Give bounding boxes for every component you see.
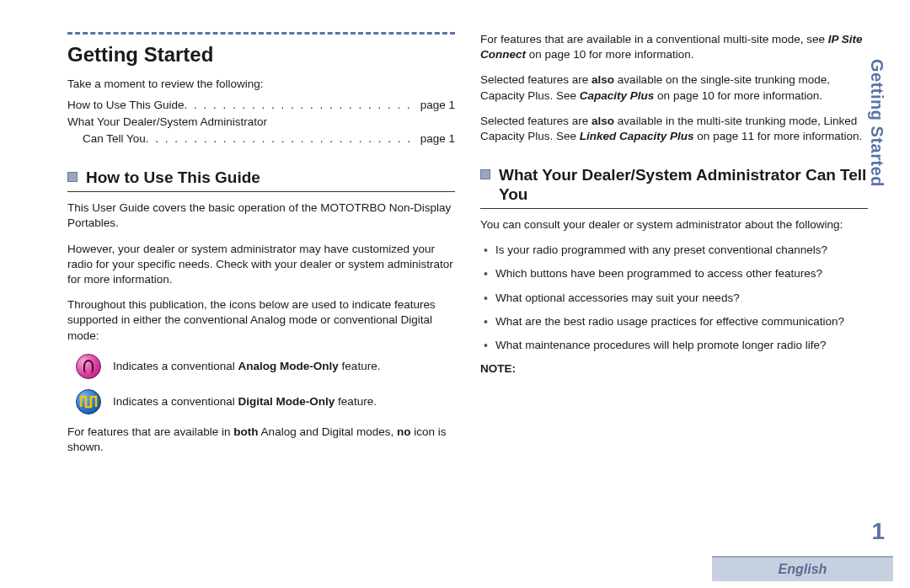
digital-mode-icon (76, 389, 101, 414)
toc-label: How to Use This Guide (67, 98, 185, 113)
sidebar-tab: Getting Started (865, 59, 888, 187)
section-heading: What Your Dealer/System Administrator Ca… (480, 166, 868, 205)
col2-p1: For features that are available in a con… (480, 32, 868, 62)
toc-page: page 1 (417, 98, 455, 113)
toc-page: page 1 (417, 131, 455, 147)
analog-mode-icon (76, 354, 101, 379)
intro-text: Take a moment to review the following: (67, 77, 455, 92)
toc-dots-icon (185, 98, 417, 113)
page-body: Getting Started Take a moment to review … (0, 0, 910, 465)
list-item: What are the best radio usage practices … (482, 314, 868, 329)
section1-p3: Throughout this publication, the icons b… (67, 297, 455, 344)
analog-icon-row: Indicates a conventional Analog Mode-Onl… (76, 354, 455, 379)
heading-rule-icon (67, 32, 455, 35)
section-heading: How to Use This Guide (67, 168, 455, 188)
list-item: What maintenance procedures will help pr… (482, 338, 868, 353)
left-column: Getting Started Take a moment to review … (67, 32, 455, 465)
toc-entry: Can Tell You page 1 (67, 131, 455, 147)
col2-p3: Selected features are also available in … (480, 114, 868, 144)
section1-heading: How to Use This Guide (86, 168, 260, 188)
toc-dots-icon (146, 131, 417, 147)
section2-list: Is your radio programmed with any preset… (482, 243, 868, 353)
digital-icon-row: Indicates a conventional Digital Mode-On… (76, 389, 455, 414)
square-bullet-icon (480, 169, 490, 179)
list-item: Is your radio programmed with any preset… (482, 243, 868, 258)
toc-label: What Your Dealer/System Administrator (67, 115, 267, 130)
right-column: For features that are available in a con… (480, 32, 868, 465)
list-item: What optional accessories may suit your … (482, 291, 868, 306)
square-bullet-icon (67, 172, 78, 182)
section-rule-icon (480, 208, 868, 209)
section2-intro: You can consult your dealer or system ad… (480, 217, 868, 233)
toc-entry: What Your Dealer/System Administrator (67, 115, 455, 130)
digital-desc: Indicates a conventional Digital Mode-On… (113, 394, 377, 409)
toc-label: Can Tell You (83, 131, 146, 147)
page-number: 1 (871, 516, 885, 548)
toc-entry: How to Use This Guide page 1 (67, 98, 455, 113)
section1-p2: However, your dealer or system administr… (67, 242, 455, 288)
section-rule-icon (67, 191, 455, 192)
language-badge: English (712, 556, 893, 581)
list-item: Which buttons have been programmed to ac… (482, 266, 868, 281)
col2-p2: Selected features are also available on … (480, 72, 868, 103)
analog-desc: Indicates a conventional Analog Mode-Onl… (113, 359, 380, 374)
section2-heading: What Your Dealer/System Administrator Ca… (499, 166, 868, 205)
note-label: NOTE: (480, 361, 868, 377)
main-heading: Getting Started (67, 41, 455, 68)
section1-p4: For features that are available in both … (67, 425, 455, 455)
section1-p1: This User Guide covers the basic operati… (67, 200, 455, 231)
